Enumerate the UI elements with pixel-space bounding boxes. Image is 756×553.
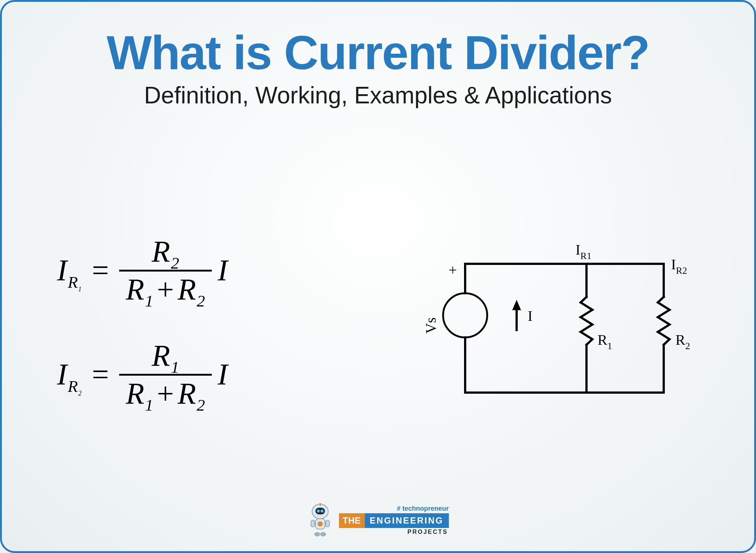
sym-I: I [218, 359, 228, 390]
svg-point-5 [321, 510, 324, 513]
equals-sign: = [92, 255, 109, 286]
label-plus: + [449, 262, 457, 278]
label-vs: Vs [422, 317, 439, 333]
robot-icon [307, 503, 333, 536]
svg-marker-1 [512, 300, 521, 310]
label-total-current: I [528, 308, 532, 324]
sym-2: 2 [197, 293, 205, 309]
label-i-r1: IR1 [575, 241, 592, 261]
sym-R: R [178, 274, 196, 305]
fraction-bar [119, 270, 212, 272]
formula-i-r2: I R2 = R1 R1 + R2 I [57, 339, 395, 410]
content-area: I R1 = R2 R1 + R2 I [35, 109, 721, 537]
formula-block: I R1 = R2 R1 + R2 I [57, 235, 395, 410]
plus-sign: + [157, 274, 174, 305]
sym-R: R [126, 274, 144, 305]
svg-rect-10 [311, 520, 315, 527]
logo-word-engineering: ENGINEERING [364, 513, 449, 528]
fraction: R2 R1 + R2 [119, 235, 212, 306]
sym-R: R [178, 379, 196, 409]
svg-point-9 [318, 521, 323, 527]
label-r2: R2 [675, 332, 690, 351]
formula-i-r1: I R1 = R2 R1 + R2 I [57, 235, 395, 306]
logo-text: # technopreneur THE ENGINEERING PROJECTS [339, 505, 449, 535]
sym-I: I [218, 255, 228, 286]
sym-I: I [57, 359, 67, 390]
fraction-bar [119, 374, 212, 376]
card-frame: What is Current Divider? Definition, Wor… [0, 0, 756, 553]
page-title: What is Current Divider? [35, 28, 721, 78]
circuit-svg: + Vs I IR1 IR2 R1 R2 [414, 220, 700, 426]
svg-rect-11 [326, 520, 329, 527]
sym-I: I [57, 255, 67, 286]
circuit-diagram: + Vs I IR1 IR2 R1 R2 [408, 220, 706, 426]
sym-2: 2 [171, 255, 179, 272]
sym-R: R [152, 237, 170, 267]
logo-word-projects: PROJECTS [407, 529, 448, 535]
sym-2: 2 [197, 397, 205, 414]
fraction: R1 R1 + R2 [119, 339, 212, 410]
svg-point-4 [317, 510, 320, 513]
logo-hashtag: # technopreneur [397, 505, 449, 513]
sym-R: R [68, 273, 78, 291]
plus-sign: + [157, 379, 174, 409]
sym-R: R [152, 341, 170, 371]
label-i-r2: IR2 [671, 256, 687, 276]
sym-2: 2 [78, 390, 82, 397]
sym-R: R [126, 379, 144, 409]
svg-rect-3 [315, 508, 325, 514]
sym-1: 1 [78, 286, 82, 293]
svg-point-12 [314, 532, 320, 536]
sym-R: R [68, 377, 78, 396]
sym-1: 1 [145, 293, 153, 309]
label-r1: R1 [598, 332, 612, 351]
svg-point-0 [443, 293, 487, 337]
equals-sign: = [92, 359, 109, 390]
page-subtitle: Definition, Working, Examples & Applicat… [35, 82, 721, 109]
sym-1: 1 [145, 397, 153, 414]
logo-word-the: THE [339, 513, 365, 528]
sym-1: 1 [171, 359, 179, 376]
svg-point-13 [320, 532, 326, 536]
footer-logo: # technopreneur THE ENGINEERING PROJECTS [307, 503, 449, 536]
